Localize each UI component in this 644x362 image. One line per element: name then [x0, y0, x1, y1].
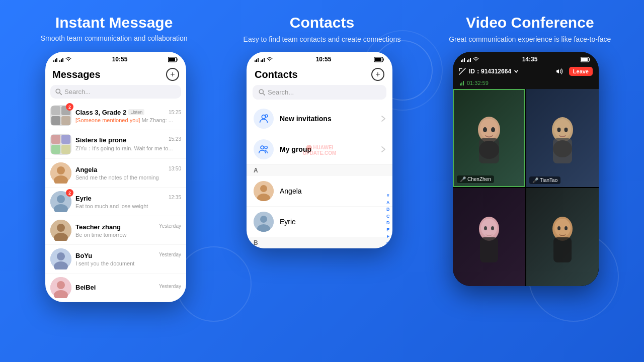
time-contacts: 10:55 [316, 56, 332, 63]
svg-rect-1 [55, 59, 56, 62]
svg-point-11 [57, 166, 65, 174]
msg-name: Sisters lie prone [75, 136, 126, 144]
contact-item-eyrie[interactable]: Eyrie [247, 207, 392, 237]
msg-time: 15:25 [169, 110, 181, 115]
feature-video: Video Conference Great communication exp… [434, 14, 625, 45]
svg-rect-52 [470, 58, 471, 62]
avatar-eyrie [254, 212, 274, 232]
battery-messages [168, 57, 178, 62]
avatar-boyu [50, 248, 71, 269]
face-3 [466, 210, 512, 265]
section-a-label: A [247, 165, 392, 176]
video-cell-4 [526, 188, 599, 286]
svg-point-69 [557, 127, 561, 132]
add-message-button[interactable]: + [166, 68, 179, 81]
avatar-teacher-zhang [50, 220, 71, 241]
message-item[interactable]: BoYu Yesterday I sent you the document [45, 245, 186, 274]
alphabet-sidebar: # A B C D E F G H I J K L M N O [386, 193, 390, 248]
svg-rect-7 [169, 58, 175, 61]
svg-rect-2 [56, 58, 57, 62]
svg-point-45 [260, 216, 267, 223]
messages-title: Messages [52, 69, 101, 80]
signal-icons [53, 57, 71, 62]
minimize-icon [459, 68, 466, 75]
wifi-icon [65, 57, 71, 62]
contact-item-angela[interactable]: Angela [247, 176, 392, 207]
message-item[interactable]: Angela 13:50 Send me the notes of the mo… [45, 159, 186, 188]
speaker-icon [556, 68, 565, 75]
my-group-item[interactable]: My group [247, 134, 392, 165]
messages-search-bar[interactable]: Search... [50, 85, 181, 99]
svg-point-17 [57, 224, 65, 232]
svg-point-60 [480, 119, 498, 139]
feature-subtitle-im: Smooth team communication and collaborat… [19, 34, 210, 42]
leave-button[interactable]: Leave [569, 67, 593, 76]
message-item[interactable]: Sisters lie prone 15:23 ZiYu：It's going … [45, 130, 186, 159]
chevron-right-icon [381, 146, 385, 153]
message-item[interactable]: Teacher zhang Yesterday Be on time tomor… [45, 216, 186, 245]
msg-preview: Send me the notes of the morning [75, 174, 181, 180]
svg-rect-0 [53, 60, 54, 62]
message-item[interactable]: 2 Eyrie 12:35 Eat too much and lose weig… [45, 188, 186, 216]
svg-point-39 [261, 146, 264, 149]
msg-time: Yesterday [159, 252, 181, 259]
signal-icon2 [59, 57, 64, 62]
signal-icon2 [467, 57, 472, 62]
msg-preview: ZiYu：It's going to rain. Wait for me to.… [75, 145, 181, 152]
video-cell-tiantao: 🎤 TianTao [526, 89, 599, 187]
signal-bar-icon [460, 80, 465, 85]
svg-point-62 [483, 127, 487, 132]
msg-name: BeiBei [75, 284, 96, 291]
svg-point-83 [565, 226, 568, 230]
msg-preview: Be on time tomorrow [75, 232, 181, 238]
signal-icon [255, 57, 260, 62]
feature-instant-message: Instant Message Smooth team communicatio… [19, 14, 210, 45]
svg-line-34 [263, 94, 265, 96]
tag-label: Listen [128, 109, 144, 115]
svg-point-63 [491, 127, 495, 132]
new-invitations-icon [258, 113, 269, 124]
svg-rect-25 [255, 60, 256, 62]
contacts-search-bar[interactable]: Search... [253, 85, 386, 100]
status-bar-contacts: 10:55 [247, 52, 392, 65]
svg-point-80 [554, 219, 571, 237]
signal-icon [461, 57, 466, 62]
svg-point-67 [554, 119, 571, 138]
msg-name: Class 3, Grade 2 [75, 109, 126, 116]
feature-contacts: Contacts Easy to find team contacts and … [226, 14, 418, 45]
status-bar-messages: 10:55 [45, 52, 186, 65]
feature-subtitle-video: Great communication experience is like f… [434, 34, 625, 45]
feature-title-contacts: Contacts [226, 14, 418, 31]
feature-title-im: Instant Message [19, 14, 210, 31]
svg-point-82 [557, 226, 560, 230]
search-placeholder-contacts: Search... [268, 88, 294, 96]
msg-mention: [Someone mentioned you] [75, 117, 140, 123]
avatar-angela [50, 162, 71, 184]
video-header: ID：914312664 Leave [453, 65, 599, 79]
svg-rect-27 [258, 58, 259, 62]
msg-name: Angela [75, 166, 97, 173]
signal-icon2 [261, 57, 266, 62]
time-video: 14:35 [522, 56, 538, 63]
msg-preview: Eat too much and lose weight [75, 203, 181, 209]
svg-point-20 [57, 252, 65, 260]
new-invitations-item[interactable]: New invitations [247, 104, 392, 134]
svg-rect-28 [261, 60, 262, 62]
add-contact-button[interactable]: + [371, 68, 384, 81]
video-cell-3 [453, 188, 525, 286]
face-tiantao [540, 111, 585, 166]
time-messages: 10:55 [112, 56, 128, 63]
battery-icon [374, 57, 384, 62]
svg-rect-5 [62, 58, 63, 62]
message-item[interactable]: 2 Class 3, Grade 2 Listen 15:25 [Someone… [45, 102, 186, 130]
svg-rect-51 [468, 59, 469, 62]
svg-rect-29 [262, 59, 263, 62]
message-item[interactable]: BeiBei Yesterday [45, 274, 186, 302]
svg-rect-57 [463, 81, 464, 85]
msg-time: 15:23 [169, 136, 181, 144]
msg-time: 12:35 [169, 195, 181, 202]
face-4 [540, 210, 585, 265]
status-bar-video: 14:35 [453, 52, 599, 65]
svg-rect-49 [464, 58, 465, 62]
svg-point-77 [491, 226, 494, 230]
